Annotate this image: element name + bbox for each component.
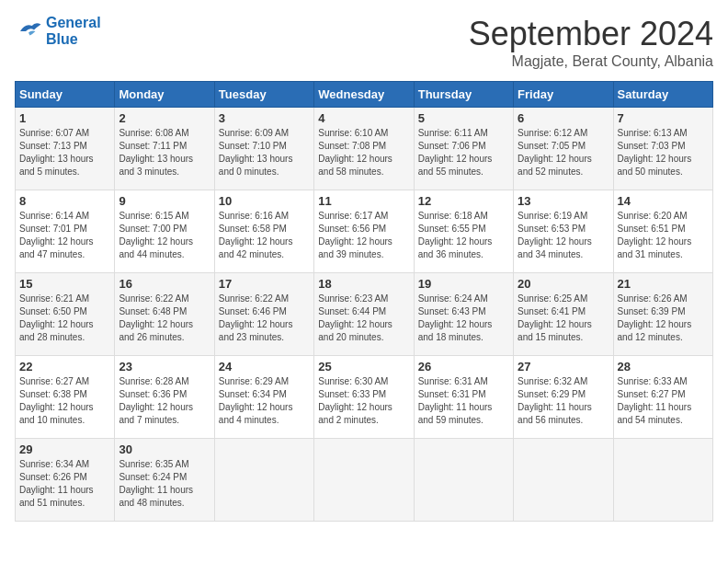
day-cell-empty-3 [414,439,513,522]
day-cell-16: 16 Sunrise: 6:22 AMSunset: 6:48 PMDaylig… [115,273,214,356]
day-cell-14: 14 Sunrise: 6:20 AMSunset: 6:51 PMDaylig… [613,190,712,273]
calendar-table: Sunday Monday Tuesday Wednesday Thursday… [15,81,713,522]
day-cell-21: 21 Sunrise: 6:26 AMSunset: 6:39 PMDaylig… [613,273,712,356]
logo-text: General Blue [46,15,101,47]
logo-icon [15,17,42,45]
day-cell-empty-2 [314,439,414,522]
header-monday: Monday [115,82,214,108]
title-section: September 2024 Magjate, Berat County, Al… [469,15,713,70]
day-cell-13: 13 Sunrise: 6:19 AMSunset: 6:53 PMDaylig… [514,190,613,273]
day-cell-27: 27 Sunrise: 6:32 AMSunset: 6:29 PMDaylig… [514,356,613,439]
day-cell-5: 5 Sunrise: 6:11 AMSunset: 7:06 PMDayligh… [414,108,513,190]
day-cell-6: 6 Sunrise: 6:12 AMSunset: 7:05 PMDayligh… [514,108,613,190]
month-title: September 2024 [469,15,713,53]
day-cell-12: 12 Sunrise: 6:18 AMSunset: 6:55 PMDaylig… [414,190,513,273]
day-cell-20: 20 Sunrise: 6:25 AMSunset: 6:41 PMDaylig… [514,273,613,356]
calendar-row-3: 15 Sunrise: 6:21 AMSunset: 6:50 PMDaylig… [16,273,713,356]
calendar-row-5: 29 Sunrise: 6:34 AMSunset: 6:26 PMDaylig… [16,439,713,522]
day-cell-23: 23 Sunrise: 6:28 AMSunset: 6:36 PMDaylig… [115,356,214,439]
day-cell-24: 24 Sunrise: 6:29 AMSunset: 6:34 PMDaylig… [214,356,313,439]
day-cell-26: 26 Sunrise: 6:31 AMSunset: 6:31 PMDaylig… [414,356,513,439]
header-saturday: Saturday [613,82,712,108]
day-cell-7: 7 Sunrise: 6:13 AMSunset: 7:03 PMDayligh… [613,108,712,190]
day-cell-3: 3 Sunrise: 6:09 AMSunset: 7:10 PMDayligh… [214,108,313,190]
day-cell-18: 18 Sunrise: 6:23 AMSunset: 6:44 PMDaylig… [314,273,414,356]
day-cell-empty-1 [214,439,313,522]
day-cell-29: 29 Sunrise: 6:34 AMSunset: 6:26 PMDaylig… [16,439,115,522]
day-cell-25: 25 Sunrise: 6:30 AMSunset: 6:33 PMDaylig… [314,356,414,439]
location-title: Magjate, Berat County, Albania [469,53,713,70]
day-cell-empty-5 [613,439,712,522]
day-cell-2: 2 Sunrise: 6:08 AMSunset: 7:11 PMDayligh… [115,108,214,190]
calendar-row-2: 8 Sunrise: 6:14 AMSunset: 7:01 PMDayligh… [16,190,713,273]
weekday-header-row: Sunday Monday Tuesday Wednesday Thursday… [16,82,713,108]
header-tuesday: Tuesday [214,82,313,108]
header-sunday: Sunday [16,82,115,108]
day-cell-17: 17 Sunrise: 6:22 AMSunset: 6:46 PMDaylig… [214,273,313,356]
header-thursday: Thursday [414,82,513,108]
day-cell-19: 19 Sunrise: 6:24 AMSunset: 6:43 PMDaylig… [414,273,513,356]
header-wednesday: Wednesday [314,82,414,108]
page-header: General Blue September 2024 Magjate, Ber… [15,15,713,70]
day-cell-9: 9 Sunrise: 6:15 AMSunset: 7:00 PMDayligh… [115,190,214,273]
day-cell-4: 4 Sunrise: 6:10 AMSunset: 7:08 PMDayligh… [314,108,414,190]
header-friday: Friday [514,82,613,108]
calendar-row-4: 22 Sunrise: 6:27 AMSunset: 6:38 PMDaylig… [16,356,713,439]
day-cell-1: 1 Sunrise: 6:07 AMSunset: 7:13 PMDayligh… [16,108,115,190]
day-cell-11: 11 Sunrise: 6:17 AMSunset: 6:56 PMDaylig… [314,190,414,273]
day-cell-15: 15 Sunrise: 6:21 AMSunset: 6:50 PMDaylig… [16,273,115,356]
day-cell-28: 28 Sunrise: 6:33 AMSunset: 6:27 PMDaylig… [613,356,712,439]
day-cell-empty-4 [514,439,613,522]
day-cell-22: 22 Sunrise: 6:27 AMSunset: 6:38 PMDaylig… [16,356,115,439]
logo: General Blue [15,15,101,47]
day-cell-10: 10 Sunrise: 6:16 AMSunset: 6:58 PMDaylig… [214,190,313,273]
day-cell-8: 8 Sunrise: 6:14 AMSunset: 7:01 PMDayligh… [16,190,115,273]
calendar-row-1: 1 Sunrise: 6:07 AMSunset: 7:13 PMDayligh… [16,108,713,190]
day-cell-30: 30 Sunrise: 6:35 AMSunset: 6:24 PMDaylig… [115,439,214,522]
